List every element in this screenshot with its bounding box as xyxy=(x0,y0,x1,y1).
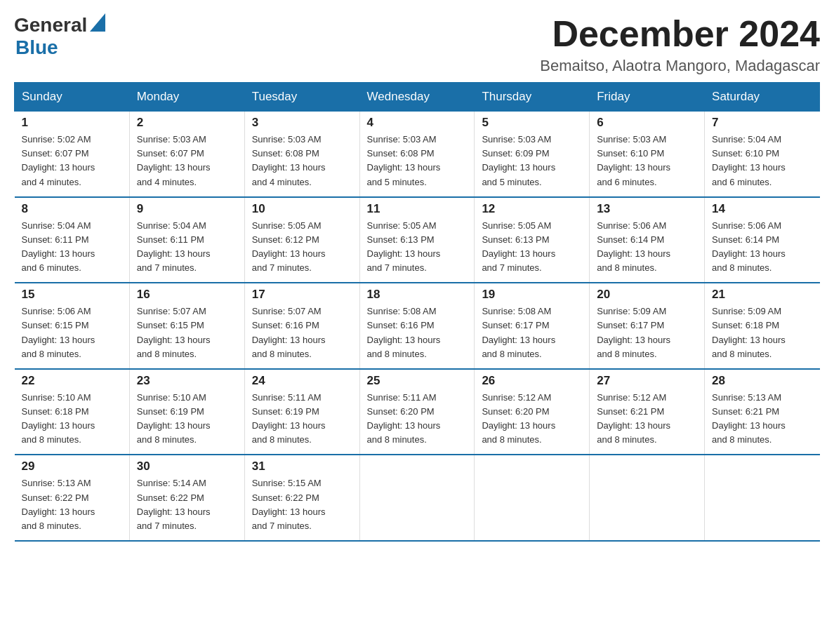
calendar-cell: 7Sunrise: 5:04 AMSunset: 6:10 PMDaylight… xyxy=(705,112,820,197)
calendar-cell: 16Sunrise: 5:07 AMSunset: 6:15 PMDayligh… xyxy=(129,283,244,369)
calendar-cell: 20Sunrise: 5:09 AMSunset: 6:17 PMDayligh… xyxy=(590,283,705,369)
day-info: Sunrise: 5:10 AMSunset: 6:18 PMDaylight:… xyxy=(22,391,122,448)
day-number: 11 xyxy=(367,202,468,216)
logo: General Blue xyxy=(14,14,105,59)
day-info: Sunrise: 5:03 AMSunset: 6:10 PMDaylight:… xyxy=(597,133,697,189)
calendar-cell xyxy=(475,455,590,541)
calendar-cell xyxy=(590,455,705,541)
calendar-cell: 31Sunrise: 5:15 AMSunset: 6:22 PMDayligh… xyxy=(244,455,359,541)
header-sunday: Sunday xyxy=(15,83,130,112)
day-number: 23 xyxy=(137,374,237,388)
calendar-cell: 10Sunrise: 5:05 AMSunset: 6:12 PMDayligh… xyxy=(244,197,359,283)
day-info: Sunrise: 5:06 AMSunset: 6:14 PMDaylight:… xyxy=(712,219,812,276)
day-number: 8 xyxy=(22,202,122,216)
day-info: Sunrise: 5:06 AMSunset: 6:15 PMDaylight:… xyxy=(22,304,122,361)
day-info: Sunrise: 5:03 AMSunset: 6:08 PMDaylight:… xyxy=(252,133,352,189)
day-number: 31 xyxy=(252,459,352,474)
logo-blue-text: Blue xyxy=(15,36,58,59)
day-number: 17 xyxy=(252,288,352,302)
day-info: Sunrise: 5:14 AMSunset: 6:22 PMDaylight:… xyxy=(137,476,237,533)
week-row-1: 1Sunrise: 5:02 AMSunset: 6:07 PMDaylight… xyxy=(15,112,820,197)
calendar-cell: 29Sunrise: 5:13 AMSunset: 6:22 PMDayligh… xyxy=(15,455,130,541)
day-info: Sunrise: 5:07 AMSunset: 6:15 PMDaylight:… xyxy=(137,304,237,361)
day-info: Sunrise: 5:03 AMSunset: 6:09 PMDaylight:… xyxy=(482,133,582,189)
logo-general-text: General xyxy=(14,14,87,36)
day-number: 3 xyxy=(252,116,352,130)
day-info: Sunrise: 5:04 AMSunset: 6:10 PMDaylight:… xyxy=(712,133,812,189)
day-number: 25 xyxy=(367,374,468,388)
calendar-cell: 18Sunrise: 5:08 AMSunset: 6:16 PMDayligh… xyxy=(359,283,475,369)
calendar-table: SundayMondayTuesdayWednesdayThursdayFrid… xyxy=(14,82,820,542)
calendar-cell: 23Sunrise: 5:10 AMSunset: 6:19 PMDayligh… xyxy=(129,369,244,455)
day-number: 1 xyxy=(22,116,122,130)
day-number: 29 xyxy=(22,459,122,474)
header-friday: Friday xyxy=(590,83,705,112)
calendar-cell: 17Sunrise: 5:07 AMSunset: 6:16 PMDayligh… xyxy=(244,283,359,369)
title-section: December 2024 Bemaitso, Alaotra Mangoro,… xyxy=(540,14,820,75)
day-info: Sunrise: 5:11 AMSunset: 6:19 PMDaylight:… xyxy=(252,391,352,448)
day-number: 15 xyxy=(22,288,122,302)
day-number: 6 xyxy=(597,116,697,130)
day-info: Sunrise: 5:09 AMSunset: 6:17 PMDaylight:… xyxy=(597,304,697,361)
week-row-5: 29Sunrise: 5:13 AMSunset: 6:22 PMDayligh… xyxy=(15,455,820,541)
calendar-cell: 1Sunrise: 5:02 AMSunset: 6:07 PMDaylight… xyxy=(15,112,130,197)
day-info: Sunrise: 5:06 AMSunset: 6:14 PMDaylight:… xyxy=(597,219,697,276)
calendar-cell: 4Sunrise: 5:03 AMSunset: 6:08 PMDaylight… xyxy=(359,112,475,197)
day-number: 2 xyxy=(137,116,237,130)
calendar-cell xyxy=(359,455,475,541)
calendar-cell: 30Sunrise: 5:14 AMSunset: 6:22 PMDayligh… xyxy=(129,455,244,541)
day-info: Sunrise: 5:12 AMSunset: 6:21 PMDaylight:… xyxy=(597,391,697,448)
calendar-cell: 22Sunrise: 5:10 AMSunset: 6:18 PMDayligh… xyxy=(15,369,130,455)
header-monday: Monday xyxy=(129,83,244,112)
calendar-cell: 9Sunrise: 5:04 AMSunset: 6:11 PMDaylight… xyxy=(129,197,244,283)
page-title: December 2024 xyxy=(540,14,820,54)
day-number: 18 xyxy=(367,288,468,302)
calendar-cell xyxy=(705,455,820,541)
calendar-cell: 6Sunrise: 5:03 AMSunset: 6:10 PMDaylight… xyxy=(590,112,705,197)
day-info: Sunrise: 5:13 AMSunset: 6:22 PMDaylight:… xyxy=(22,476,122,533)
day-number: 14 xyxy=(712,202,812,216)
calendar-cell: 24Sunrise: 5:11 AMSunset: 6:19 PMDayligh… xyxy=(244,369,359,455)
day-info: Sunrise: 5:07 AMSunset: 6:16 PMDaylight:… xyxy=(252,304,352,361)
logo-triangle-icon xyxy=(90,13,105,34)
calendar-cell: 8Sunrise: 5:04 AMSunset: 6:11 PMDaylight… xyxy=(15,197,130,283)
calendar-cell: 14Sunrise: 5:06 AMSunset: 6:14 PMDayligh… xyxy=(705,197,820,283)
week-row-4: 22Sunrise: 5:10 AMSunset: 6:18 PMDayligh… xyxy=(15,369,820,455)
day-info: Sunrise: 5:09 AMSunset: 6:18 PMDaylight:… xyxy=(712,304,812,361)
day-info: Sunrise: 5:05 AMSunset: 6:13 PMDaylight:… xyxy=(482,219,582,276)
calendar-cell: 12Sunrise: 5:05 AMSunset: 6:13 PMDayligh… xyxy=(475,197,590,283)
calendar-cell: 11Sunrise: 5:05 AMSunset: 6:13 PMDayligh… xyxy=(359,197,475,283)
day-info: Sunrise: 5:05 AMSunset: 6:13 PMDaylight:… xyxy=(367,219,468,276)
day-number: 28 xyxy=(712,374,812,388)
day-number: 19 xyxy=(482,288,582,302)
week-row-2: 8Sunrise: 5:04 AMSunset: 6:11 PMDaylight… xyxy=(15,197,820,283)
calendar-header-row: SundayMondayTuesdayWednesdayThursdayFrid… xyxy=(15,83,820,112)
day-info: Sunrise: 5:03 AMSunset: 6:07 PMDaylight:… xyxy=(137,133,237,189)
header-wednesday: Wednesday xyxy=(359,83,475,112)
week-row-3: 15Sunrise: 5:06 AMSunset: 6:15 PMDayligh… xyxy=(15,283,820,369)
day-number: 7 xyxy=(712,116,812,130)
calendar-cell: 2Sunrise: 5:03 AMSunset: 6:07 PMDaylight… xyxy=(129,112,244,197)
day-number: 30 xyxy=(137,459,237,474)
day-info: Sunrise: 5:11 AMSunset: 6:20 PMDaylight:… xyxy=(367,391,468,448)
day-number: 4 xyxy=(367,116,468,130)
day-number: 27 xyxy=(597,374,697,388)
page-subtitle: Bemaitso, Alaotra Mangoro, Madagascar xyxy=(540,57,820,75)
day-info: Sunrise: 5:12 AMSunset: 6:20 PMDaylight:… xyxy=(482,391,582,448)
day-info: Sunrise: 5:08 AMSunset: 6:16 PMDaylight:… xyxy=(367,304,468,361)
calendar-cell: 19Sunrise: 5:08 AMSunset: 6:17 PMDayligh… xyxy=(475,283,590,369)
day-number: 21 xyxy=(712,288,812,302)
calendar-cell: 15Sunrise: 5:06 AMSunset: 6:15 PMDayligh… xyxy=(15,283,130,369)
calendar-cell: 27Sunrise: 5:12 AMSunset: 6:21 PMDayligh… xyxy=(590,369,705,455)
day-info: Sunrise: 5:13 AMSunset: 6:21 PMDaylight:… xyxy=(712,391,812,448)
day-info: Sunrise: 5:03 AMSunset: 6:08 PMDaylight:… xyxy=(367,133,468,189)
day-info: Sunrise: 5:02 AMSunset: 6:07 PMDaylight:… xyxy=(22,133,122,189)
page-header: General Blue December 2024 Bemaitso, Ala… xyxy=(14,14,820,75)
day-number: 20 xyxy=(597,288,697,302)
day-info: Sunrise: 5:08 AMSunset: 6:17 PMDaylight:… xyxy=(482,304,582,361)
day-number: 26 xyxy=(482,374,582,388)
header-tuesday: Tuesday xyxy=(244,83,359,112)
day-number: 16 xyxy=(137,288,237,302)
day-info: Sunrise: 5:04 AMSunset: 6:11 PMDaylight:… xyxy=(137,219,237,276)
day-info: Sunrise: 5:04 AMSunset: 6:11 PMDaylight:… xyxy=(22,219,122,276)
